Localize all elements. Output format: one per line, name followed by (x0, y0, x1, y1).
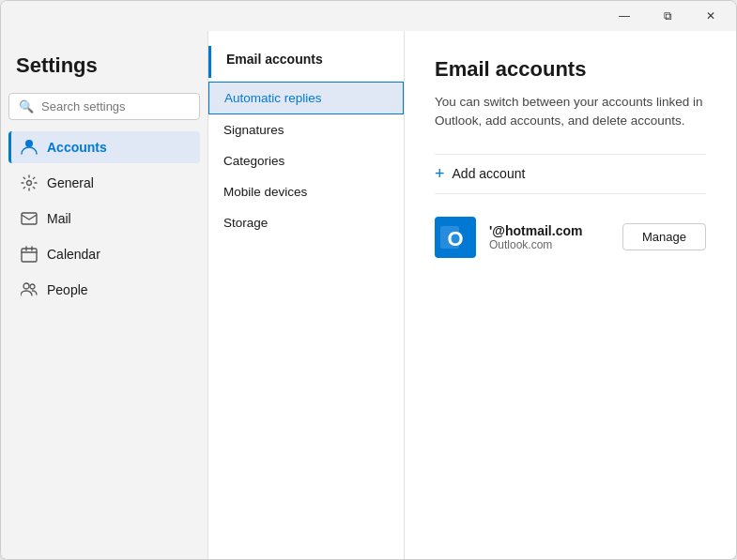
account-row: O '@hotmail.com Outlook.com Manage (435, 209, 706, 265)
content-area: Settings 🔍 Accounts (1, 31, 736, 559)
sidebar-item-calendar-label: Calendar (47, 247, 100, 262)
middle-item-signatures[interactable]: Signatures (208, 114, 404, 145)
main-panel: Email accounts You can switch between yo… (405, 31, 736, 559)
sidebar-item-accounts-label: Accounts (47, 140, 107, 155)
search-input[interactable] (41, 99, 199, 114)
svg-point-1 (27, 181, 32, 186)
add-account-label: Add account (453, 166, 526, 181)
svg-rect-2 (22, 213, 37, 224)
middle-panel: Email accounts Automatic replies Signatu… (207, 31, 405, 559)
person-icon (21, 139, 38, 156)
account-info: '@hotmail.com Outlook.com (489, 223, 609, 251)
gear-icon (21, 174, 38, 191)
sidebar-item-people-label: People (47, 282, 88, 297)
sidebar-item-mail-label: Mail (47, 211, 71, 226)
search-icon: 🔍 (19, 99, 34, 114)
middle-section-title: Email accounts (208, 46, 404, 78)
sidebar-item-calendar[interactable]: Calendar (8, 238, 200, 270)
settings-window: — ⧉ ✕ Settings 🔍 Accounts (0, 0, 737, 560)
manage-button[interactable]: Manage (622, 223, 706, 250)
sidebar-item-general-label: General (47, 175, 94, 190)
minimize-button[interactable]: — (603, 1, 646, 31)
svg-point-5 (30, 284, 35, 289)
middle-item-categories[interactable]: Categories (208, 145, 404, 176)
add-account-row[interactable]: + Add account (435, 154, 706, 194)
search-box[interactable]: 🔍 (8, 93, 200, 120)
calendar-icon (21, 246, 38, 263)
svg-text:O: O (447, 227, 463, 250)
svg-point-4 (23, 283, 29, 289)
sidebar-item-accounts[interactable]: Accounts (8, 131, 200, 163)
sidebar-item-people[interactable]: People (8, 274, 200, 306)
people-icon (21, 281, 38, 298)
svg-point-0 (25, 140, 33, 147)
close-button[interactable]: ✕ (689, 1, 732, 31)
svg-rect-3 (22, 249, 37, 262)
account-type: Outlook.com (489, 238, 609, 251)
plus-icon: + (435, 164, 445, 184)
titlebar: — ⧉ ✕ (1, 1, 736, 31)
page-title: Email accounts (435, 57, 706, 82)
sidebar: Settings 🔍 Accounts (1, 31, 207, 559)
restore-button[interactable]: ⧉ (646, 1, 689, 31)
page-description: You can switch between your accounts lin… (435, 93, 706, 131)
middle-item-mobile-devices[interactable]: Mobile devices (208, 176, 404, 207)
account-email: '@hotmail.com (489, 223, 609, 238)
middle-item-automatic-replies[interactable]: Automatic replies (208, 82, 404, 114)
sidebar-item-mail[interactable]: Mail (8, 203, 200, 235)
app-title: Settings (8, 46, 200, 89)
sidebar-item-general[interactable]: General (8, 167, 200, 199)
outlook-logo-icon: O (435, 217, 476, 258)
mail-icon (21, 210, 38, 227)
middle-item-storage[interactable]: Storage (208, 207, 404, 238)
